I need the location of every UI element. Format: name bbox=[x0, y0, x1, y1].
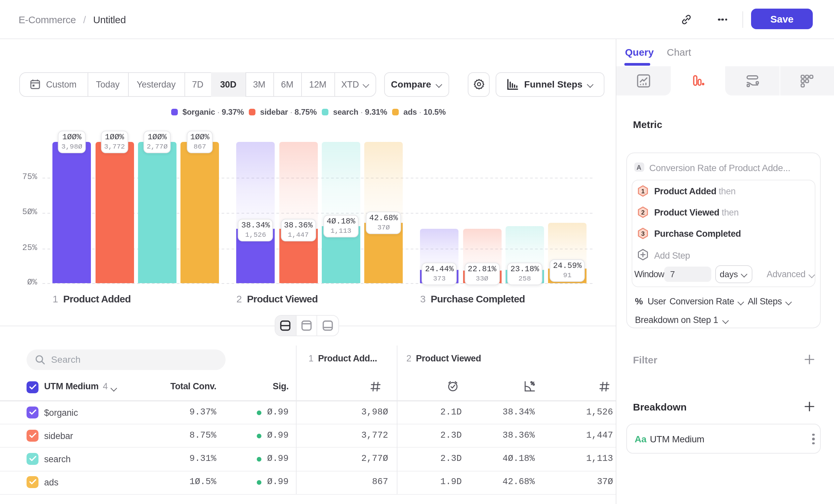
svg-text:3: 3 bbox=[641, 230, 644, 237]
svg-text:1: 1 bbox=[641, 187, 644, 194]
svg-text:2: 2 bbox=[641, 209, 644, 215]
